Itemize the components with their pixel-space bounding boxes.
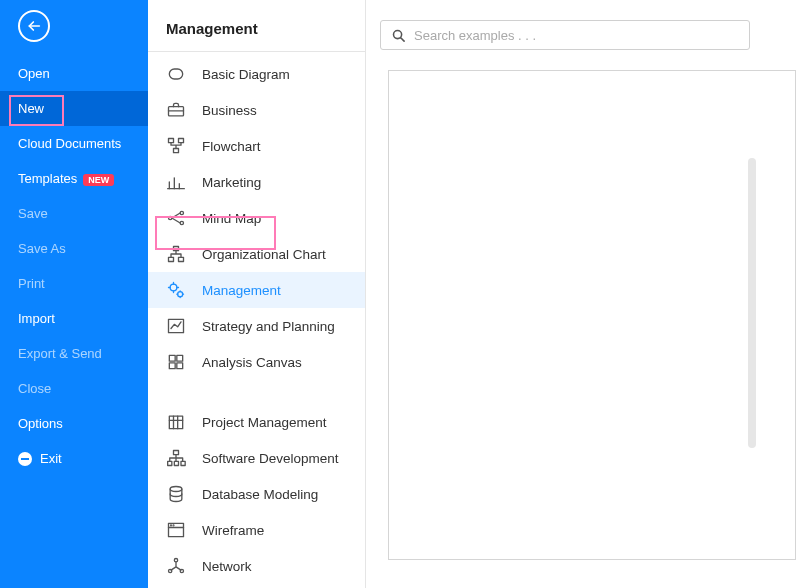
nav-item-open[interactable]: Open (0, 56, 148, 91)
nav-item-print[interactable]: Print (0, 266, 148, 301)
svg-rect-20 (169, 355, 175, 361)
svg-rect-31 (181, 461, 185, 465)
category-item-label: Analysis Canvas (202, 355, 302, 370)
category-item-label: Organizational Chart (202, 247, 326, 262)
file-menu-sidebar: OpenNewCloud DocumentsTemplatesNEWSaveSa… (0, 0, 148, 588)
template-category-panel: Management Basic DiagramBusinessFlowchar… (148, 0, 366, 588)
category-item-label: Network (202, 559, 252, 574)
category-item-label: Business (202, 103, 257, 118)
nav-item-label: Close (18, 381, 51, 396)
calendar-icon (166, 412, 186, 432)
nav-item-label: Templates (18, 171, 77, 186)
preview-scrollbar[interactable] (748, 158, 756, 448)
category-item-canvas[interactable]: Analysis Canvas (148, 344, 365, 380)
category-item-mkt[interactable]: Marketing (148, 164, 365, 200)
svg-line-41 (401, 37, 404, 40)
nav-item-cloud[interactable]: Cloud Documents (0, 126, 148, 161)
grid4-icon (166, 352, 186, 372)
nav-item-templates[interactable]: TemplatesNEW (0, 161, 148, 196)
nav-item-label: Save As (18, 241, 66, 256)
arrow-left-icon (26, 18, 42, 34)
nav-item-saveas[interactable]: Save As (0, 231, 148, 266)
svg-point-32 (170, 487, 182, 492)
category-item-mind[interactable]: Mind Map (148, 200, 365, 236)
rounded-rect-icon (166, 64, 186, 84)
new-badge: NEW (83, 174, 114, 186)
category-item-basic[interactable]: Basic Diagram (148, 56, 365, 92)
category-item-label: Strategy and Planning (202, 319, 335, 334)
svg-rect-24 (169, 416, 182, 429)
category-item-label: Flowchart (202, 139, 261, 154)
category-item-label: Basic Diagram (202, 67, 290, 82)
category-item-label: Database Modeling (202, 487, 318, 502)
browser-icon (166, 520, 186, 540)
svg-point-17 (170, 284, 177, 291)
nav-item-new[interactable]: New (0, 91, 148, 126)
nav-item-save[interactable]: Save (0, 196, 148, 231)
page-title: Management (148, 0, 365, 52)
category-item-org[interactable]: Organizational Chart (148, 236, 365, 272)
category-item-label: Project Management (202, 415, 327, 430)
category-item-wf[interactable]: Wireframe (148, 512, 365, 548)
bars-icon (166, 172, 186, 192)
category-item-label: Management (202, 283, 281, 298)
category-item-net[interactable]: Network (148, 548, 365, 584)
nav-item-label: Print (18, 276, 45, 291)
category-item-db[interactable]: Database Modeling (148, 476, 365, 512)
svg-rect-23 (177, 363, 183, 369)
nav-item-label: Cloud Documents (18, 136, 121, 151)
nav-item-label: Export & Send (18, 346, 102, 361)
flow-icon (166, 136, 186, 156)
nav-item-close[interactable]: Close (0, 371, 148, 406)
category-item-label: Software Development (202, 451, 339, 466)
category-item-label: Mind Map (202, 211, 261, 226)
content-pane (366, 0, 800, 588)
svg-rect-22 (169, 363, 175, 369)
nav-item-label: Save (18, 206, 48, 221)
svg-point-35 (171, 525, 172, 526)
search-icon (391, 28, 406, 43)
nodes-icon (166, 208, 186, 228)
tree-icon (166, 448, 186, 468)
nav-item-export[interactable]: Export & Send (0, 336, 148, 371)
org-icon (166, 244, 186, 264)
nav-item-label: Exit (40, 451, 62, 466)
svg-point-36 (173, 525, 174, 526)
svg-rect-30 (174, 461, 178, 465)
nav-item-options[interactable]: Options (0, 406, 148, 441)
svg-point-18 (178, 292, 183, 297)
category-item-label: Marketing (202, 175, 261, 190)
exit-icon (18, 452, 32, 466)
nav-item-label: Import (18, 311, 55, 326)
briefcase-icon (166, 100, 186, 120)
svg-rect-21 (177, 355, 183, 361)
search-box[interactable] (380, 20, 750, 50)
nav-item-label: New (18, 101, 44, 116)
category-item-mgmt[interactable]: Management (148, 272, 365, 308)
nav-item-import[interactable]: Import (0, 301, 148, 336)
network-icon (166, 556, 186, 576)
nav-item-exit[interactable]: Exit (0, 441, 148, 476)
category-item-sw[interactable]: Software Development (148, 440, 365, 476)
db-icon (166, 484, 186, 504)
search-input[interactable] (414, 28, 739, 43)
gears-icon (166, 280, 186, 300)
category-item-flow[interactable]: Flowchart (148, 128, 365, 164)
category-item-pm[interactable]: Project Management (148, 404, 365, 440)
category-item-label: Wireframe (202, 523, 264, 538)
template-preview-card[interactable] (388, 70, 796, 560)
svg-rect-1 (169, 69, 182, 79)
nav-item-label: Open (18, 66, 50, 81)
back-button[interactable] (18, 10, 50, 42)
category-item-strat[interactable]: Strategy and Planning (148, 308, 365, 344)
category-item-business[interactable]: Business (148, 92, 365, 128)
line-chart-icon (166, 316, 186, 336)
nav-item-label: Options (18, 416, 63, 431)
